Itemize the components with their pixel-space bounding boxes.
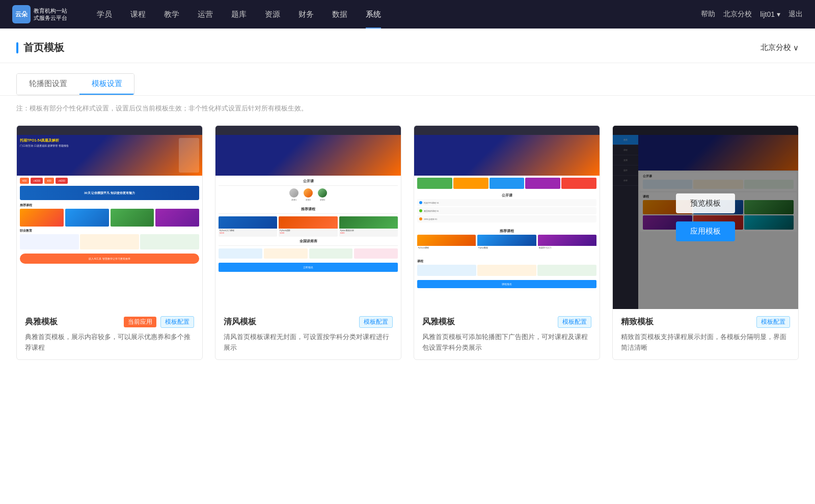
tabs-container: 轮播图设置 模板设置 [0, 63, 815, 96]
preview-button-elegant[interactable]: 预览模板 [80, 193, 139, 213]
nav-item-finance[interactable]: 财务 [289, 0, 323, 29]
template-badges-elegant: 当前应用 模板配置 [124, 316, 194, 328]
nav-user-dropdown[interactable]: lijt01 ▾ [760, 10, 780, 18]
template-preview-jingzhi[interactable]: 首页 课程 直播 题库 讲师 公开课 [613, 126, 798, 309]
template-note: 注：模板有部分个性化样式设置，设置后仅当前模板生效；非个性化样式设置后针对所有模… [0, 96, 815, 121]
nav-items: 学员 课程 教学 运营 题库 资源 财务 数据 系统 [88, 0, 701, 29]
nav-item-teaching[interactable]: 教学 [155, 0, 188, 29]
navigation: 云朵 教育机构一站 式服务云平台 学员 课程 教学 运营 题库 资源 财务 数据… [0, 0, 815, 29]
template-name-jingzhi: 精致模板 [621, 317, 654, 327]
logo: 云朵 教育机构一站 式服务云平台 [12, 5, 67, 23]
nav-item-resource[interactable]: 资源 [256, 0, 289, 29]
main-content: 首页模板 北京分校 ∨ 轮播图设置 模板设置 注：模板有部分个性化样式设置，设置… [0, 29, 815, 504]
chevron-down-icon: ∨ [793, 43, 799, 52]
template-name-row-jingzhi: 精致模板 模板配置 [621, 316, 790, 328]
badge-config-elegant[interactable]: 模板配置 [160, 316, 194, 328]
preview-button-fengya[interactable]: 预览模板 [477, 193, 536, 213]
nav-item-data[interactable]: 数据 [323, 0, 357, 29]
apply-button-jingzhi[interactable]: 应用模板 [676, 221, 735, 241]
badge-config-fengya[interactable]: 模板配置 [558, 316, 591, 328]
template-name-elegant: 典雅模板 [25, 317, 58, 327]
apply-button-qingfeng[interactable]: 应用模板 [279, 221, 338, 241]
template-footer-qingfeng: 清风模板 模板配置 清风首页模板课程无封面，可设置按学科分类对课程进行展示 [215, 309, 401, 359]
template-desc-qingfeng: 清风首页模板课程无封面，可设置按学科分类对课程进行展示 [224, 332, 393, 353]
branch-selector[interactable]: 北京分校 ∨ [760, 43, 799, 52]
nav-logout[interactable]: 退出 [789, 10, 803, 19]
nav-item-student[interactable]: 学员 [88, 0, 121, 29]
nav-right: 帮助 北京分校 lijt01 ▾ 退出 [701, 10, 803, 19]
template-badges-fengya: 模板配置 [558, 316, 591, 328]
template-card-elegant: 托福TPO1-54真题及解析 门 口语互动 口进度追踪 进课管理 答题报告 ¥3… [16, 125, 203, 360]
page-title-bar [16, 42, 18, 53]
template-card-fengya: 公开课 托福TPO课程 ¥1 雅思精讲课程 ¥1 [414, 125, 600, 360]
template-name-row-elegant: 典雅模板 当前应用 模板配置 [25, 316, 194, 328]
template-name-fengya: 风雅模板 [422, 317, 455, 327]
template-grid: 托福TPO1-54真题及解析 门 口语互动 口进度追踪 进课管理 答题报告 ¥3… [0, 121, 815, 380]
nav-item-question[interactable]: 题库 [222, 0, 256, 29]
template-desc-fengya: 风雅首页模板可添加轮播图下广告图片，可对课程及课程包设置学科分类展示 [422, 332, 591, 353]
apply-button-fengya[interactable]: 应用模板 [477, 221, 536, 241]
template-name-row-qingfeng: 清风模板 模板配置 [224, 316, 393, 328]
template-name-qingfeng: 清风模板 [224, 317, 256, 327]
template-desc-elegant: 典雅首页模板，展示内容较多，可以展示优惠券和多个推荐课程 [25, 332, 194, 353]
badge-current-elegant: 当前应用 [124, 317, 156, 327]
template-footer-fengya: 风雅模板 模板配置 风雅首页模板可添加轮播图下广告图片，可对课程及课程包设置学科… [414, 309, 600, 359]
logo-icon: 云朵 [12, 5, 31, 23]
template-badges-jingzhi: 模板配置 [756, 316, 790, 328]
preview-button-jingzhi[interactable]: 预览模板 [676, 193, 735, 213]
template-preview-qingfeng[interactable]: 公开课 讲师1 讲师2 [215, 126, 401, 309]
tab-carousel[interactable]: 轮播图设置 [17, 74, 80, 95]
nav-item-system[interactable]: 系统 [357, 0, 390, 29]
template-footer-elegant: 典雅模板 当前应用 模板配置 典雅首页模板，展示内容较多，可以展示优惠券和多个推… [17, 309, 202, 359]
page-title-wrap: 首页模板 [16, 41, 64, 54]
tab-template[interactable]: 模板设置 [79, 74, 134, 95]
tab-group: 轮播图设置 模板设置 [16, 73, 134, 95]
apply-button-elegant[interactable]: 应用模板 [80, 221, 139, 241]
badge-config-jingzhi[interactable]: 模板配置 [756, 316, 790, 328]
template-badges-qingfeng: 模板配置 [359, 316, 393, 328]
template-preview-elegant[interactable]: 托福TPO1-54真题及解析 门 口语互动 口进度追踪 进课管理 答题报告 ¥3… [17, 126, 202, 309]
template-overlay-jingzhi: 预览模板 应用模板 [613, 126, 798, 309]
page-header: 首页模板 北京分校 ∨ [0, 29, 815, 63]
template-card-qingfeng: 公开课 讲师1 讲师2 [215, 125, 401, 360]
template-card-jingzhi: 首页 课程 直播 题库 讲师 公开课 [612, 125, 799, 360]
template-preview-fengya[interactable]: 公开课 托福TPO课程 ¥1 雅思精讲课程 ¥1 [414, 126, 600, 309]
nav-branch[interactable]: 北京分校 [723, 10, 752, 19]
nav-item-operation[interactable]: 运营 [188, 0, 222, 29]
badge-config-qingfeng[interactable]: 模板配置 [359, 316, 393, 328]
logo-text: 教育机构一站 式服务云平台 [34, 7, 67, 22]
template-desc-jingzhi: 精致首页模板支持课程展示封面，各模板分隔明显，界面简洁清晰 [621, 332, 790, 353]
page-title: 首页模板 [23, 41, 64, 54]
preview-button-qingfeng[interactable]: 预览模板 [279, 193, 338, 213]
template-name-row-fengya: 风雅模板 模板配置 [422, 316, 591, 328]
nav-item-course[interactable]: 课程 [121, 0, 155, 29]
template-footer-jingzhi: 精致模板 模板配置 精致首页模板支持课程展示封面，各模板分隔明显，界面简洁清晰 [613, 309, 798, 359]
nav-help[interactable]: 帮助 [701, 10, 715, 19]
chevron-down-icon: ▾ [777, 10, 780, 18]
